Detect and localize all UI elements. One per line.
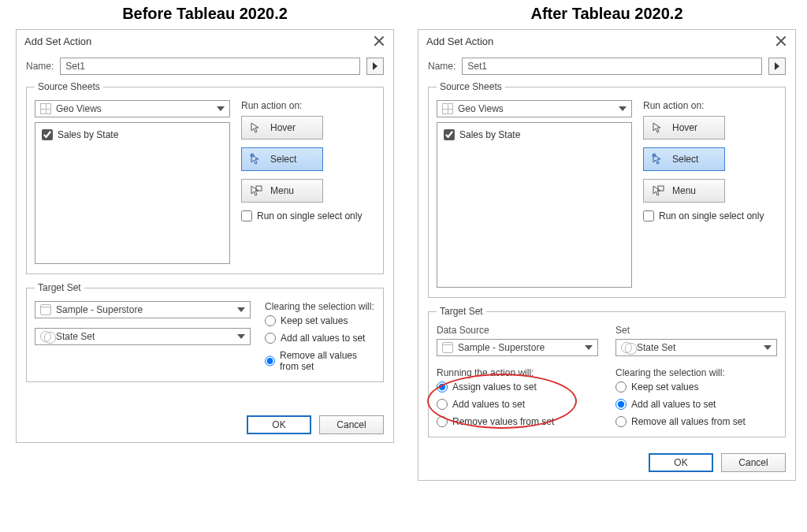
hover-button[interactable]: Hover xyxy=(643,116,725,140)
sheets-listbox[interactable]: Sales by State xyxy=(437,122,632,288)
clearing-label: Clearing the selection will: xyxy=(615,367,777,378)
name-input[interactable] xyxy=(462,58,762,75)
running-opt-add[interactable]: Add values to set xyxy=(437,399,598,410)
single-select-checkbox[interactable] xyxy=(643,210,654,221)
single-select-checkbox[interactable] xyxy=(241,210,252,221)
select-button[interactable]: Select xyxy=(241,147,323,171)
cursor-icon xyxy=(652,121,664,134)
list-item: Sales by State xyxy=(42,129,223,140)
datasource-label: Data Source xyxy=(437,325,598,336)
clearing-opt-removeall[interactable]: Remove all values from set xyxy=(265,350,375,372)
worksheet-icon xyxy=(442,103,453,114)
source-sheets-group: Source Sheets Geo Views Sal xyxy=(428,81,786,298)
cursor-menu-icon xyxy=(652,184,664,197)
running-opt-remove[interactable]: Remove values from set xyxy=(437,416,598,427)
list-item: Sales by State xyxy=(444,129,625,140)
name-label: Name: xyxy=(26,61,54,72)
datasource-icon xyxy=(40,304,51,315)
datasource-icon xyxy=(442,342,453,353)
clearing-opt-addall[interactable]: Add all values to set xyxy=(615,399,777,410)
cursor-icon xyxy=(250,121,262,134)
ok-button[interactable]: OK xyxy=(649,453,713,472)
clearing-opt-addall[interactable]: Add all values to set xyxy=(265,333,375,344)
dialog-title: Add Set Action xyxy=(426,35,493,47)
sheets-listbox[interactable]: Sales by State xyxy=(35,122,230,264)
set-icon xyxy=(621,342,632,353)
single-select-row: Run on single select only xyxy=(241,210,375,221)
menu-button[interactable]: Menu xyxy=(241,179,323,203)
cursor-click-icon xyxy=(652,153,664,166)
single-select-row: Run on single select only xyxy=(643,210,777,221)
target-set-group: Target Set Sample - Superstore State Set xyxy=(26,282,384,382)
sheet-checkbox[interactable] xyxy=(42,129,53,140)
sheet-select[interactable]: Geo Views xyxy=(35,100,230,117)
set-select[interactable]: State Set xyxy=(615,339,777,356)
cancel-button[interactable]: Cancel xyxy=(721,453,786,472)
chevron-down-icon xyxy=(585,345,593,350)
ok-button[interactable]: OK xyxy=(247,415,311,434)
dialog-after: Add Set Action Name: Source Sheets xyxy=(418,29,796,481)
chevron-down-icon xyxy=(237,334,245,339)
target-set-group: Target Set Data Source Sample - Supersto… xyxy=(428,306,786,437)
sheet-select[interactable]: Geo Views xyxy=(437,100,632,117)
set-select[interactable]: State Set xyxy=(35,328,251,345)
set-icon xyxy=(40,331,51,342)
name-input[interactable] xyxy=(60,58,360,75)
triangle-right-icon xyxy=(775,62,779,70)
chevron-down-icon xyxy=(764,345,772,350)
running-opt-assign[interactable]: Assign values to set xyxy=(437,381,598,392)
close-icon[interactable] xyxy=(373,35,385,47)
datasource-select[interactable]: Sample - Superstore xyxy=(35,301,251,318)
target-set-legend: Target Set xyxy=(35,282,84,293)
chevron-down-icon xyxy=(237,307,245,312)
clearing-label: Clearing the selection will: xyxy=(265,301,375,312)
cursor-menu-icon xyxy=(250,184,262,197)
dialog-title: Add Set Action xyxy=(24,35,91,47)
menu-button[interactable]: Menu xyxy=(643,179,725,203)
dialog-before: Add Set Action Name: Source Sheets xyxy=(16,29,394,443)
cursor-click-icon xyxy=(250,153,262,166)
run-action-label: Run action on: xyxy=(241,100,375,111)
running-label: Running the action will: xyxy=(437,367,598,378)
clearing-opt-keep[interactable]: Keep set values xyxy=(615,381,777,392)
select-button[interactable]: Select xyxy=(643,147,725,171)
worksheet-icon xyxy=(40,103,51,114)
title-before: Before Tableau 2020.2 xyxy=(122,0,288,29)
set-label: Set xyxy=(615,325,777,336)
triangle-right-icon xyxy=(373,62,377,70)
source-sheets-group: Source Sheets Geo Views Sal xyxy=(26,81,384,274)
title-after: After Tableau 2020.2 xyxy=(530,0,682,29)
clearing-opt-removeall[interactable]: Remove all values from set xyxy=(615,416,777,427)
source-sheets-legend: Source Sheets xyxy=(437,81,505,92)
name-menu-button[interactable] xyxy=(366,58,384,75)
chevron-down-icon xyxy=(619,106,627,111)
run-action-label: Run action on: xyxy=(643,100,777,111)
clearing-opt-keep[interactable]: Keep set values xyxy=(265,315,375,326)
hover-button[interactable]: Hover xyxy=(241,116,323,140)
target-set-legend: Target Set xyxy=(437,306,486,317)
name-label: Name: xyxy=(428,61,456,72)
cancel-button[interactable]: Cancel xyxy=(319,415,384,434)
close-icon[interactable] xyxy=(775,35,787,47)
name-menu-button[interactable] xyxy=(768,58,786,75)
source-sheets-legend: Source Sheets xyxy=(35,81,103,92)
chevron-down-icon xyxy=(217,106,225,111)
sheet-checkbox[interactable] xyxy=(444,129,455,140)
datasource-select[interactable]: Sample - Superstore xyxy=(437,339,598,356)
